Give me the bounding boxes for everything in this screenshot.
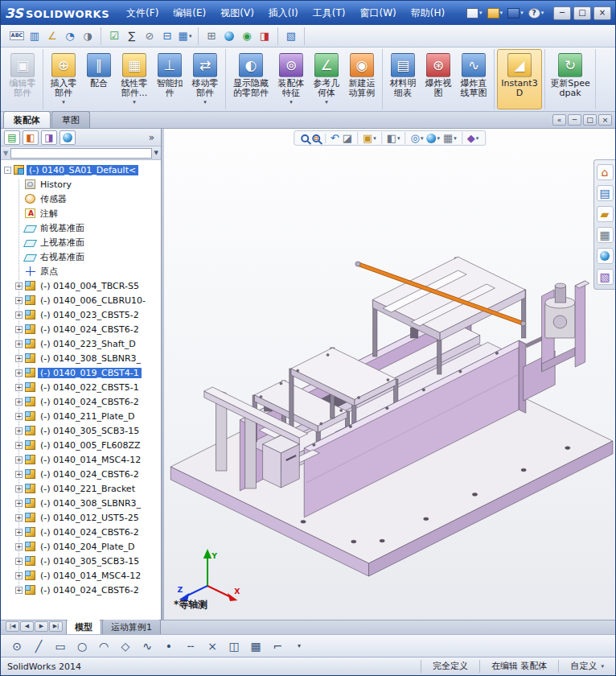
expand-toggle-icon[interactable] bbox=[15, 587, 23, 594]
view-orientation-button[interactable]: ▣▾ bbox=[361, 132, 378, 144]
previous-tab-button[interactable]: ◀ bbox=[20, 621, 34, 632]
doc-close-button[interactable]: × bbox=[598, 114, 612, 126]
menu-file[interactable]: 文件(F) bbox=[119, 3, 166, 23]
expand-toggle-icon[interactable] bbox=[15, 442, 23, 449]
design-library-tab[interactable]: ▤ bbox=[597, 185, 614, 201]
insert-components-button[interactable]: ⊕插入零部件▾ bbox=[46, 49, 81, 109]
appearances-button[interactable] bbox=[221, 28, 237, 44]
menu-insert[interactable]: 插入(I) bbox=[261, 3, 306, 23]
chevron-down-icon[interactable]: ▾ bbox=[203, 99, 207, 105]
section-view-button[interactable]: ◪ bbox=[341, 132, 354, 144]
exploded-view-button[interactable]: ⊛爆炸视图 bbox=[421, 49, 456, 109]
chevron-down-icon[interactable]: ▾ bbox=[479, 10, 483, 16]
configurationmanager-tab[interactable]: ◨ bbox=[41, 130, 57, 145]
file-explorer-tab[interactable]: ▰ bbox=[597, 206, 614, 222]
expand-toggle-icon[interactable] bbox=[15, 413, 23, 420]
expand-toggle-icon[interactable] bbox=[15, 282, 23, 290]
compare-documents-button[interactable]: ▥ bbox=[27, 28, 43, 44]
show-hidden-components-button[interactable]: ◐显示隐藏的零部件 bbox=[228, 49, 273, 109]
custom-properties-tab[interactable]: ▧ bbox=[597, 269, 614, 285]
spline-button[interactable]: ∿ bbox=[138, 637, 157, 655]
tree-item-component[interactable]: (-) 0140_204_Plate_D bbox=[14, 539, 161, 554]
chevron-down-icon[interactable]: ▾ bbox=[373, 135, 376, 142]
tree-item-component[interactable]: (-) 0140_221_Bracket bbox=[14, 481, 161, 496]
filter-input[interactable] bbox=[10, 148, 151, 159]
expand-toggle-icon[interactable] bbox=[15, 529, 23, 536]
expand-toggle-icon[interactable] bbox=[15, 326, 23, 333]
new-document-button[interactable]: ▾ bbox=[465, 6, 484, 20]
next-tab-button[interactable]: ▶ bbox=[35, 621, 48, 632]
tab-sketch[interactable]: 草图 bbox=[51, 111, 90, 128]
move-component-button[interactable]: ⇄移动零部件▾ bbox=[187, 49, 223, 109]
assembly-features-button[interactable]: ⊚装配体特征▾ bbox=[273, 49, 309, 109]
mate-button[interactable]: ∥配合 bbox=[81, 49, 117, 109]
pane-overflow-chevron[interactable]: » bbox=[146, 132, 158, 143]
chevron-down-icon[interactable]: ▾ bbox=[325, 99, 328, 105]
expand-toggle-icon[interactable] bbox=[15, 369, 23, 377]
new-motion-study-button[interactable]: ◉新建运动算例 bbox=[344, 49, 380, 109]
save-button[interactable]: ▾ bbox=[506, 6, 525, 20]
chevron-down-icon[interactable]: ▾ bbox=[541, 10, 544, 16]
no-external-references-button[interactable]: ⊘ bbox=[142, 28, 158, 44]
polygon-button[interactable]: ◇ bbox=[116, 637, 135, 655]
tree-item-component[interactable]: (-) 0140_024_CBST6-2 bbox=[14, 583, 161, 597]
display-style-button[interactable]: ◧▾ bbox=[385, 132, 402, 144]
fillet-button[interactable]: ⌐ bbox=[268, 637, 287, 655]
zoom-to-fit-button[interactable] bbox=[299, 134, 310, 143]
spell-checker-button[interactable]: ABC bbox=[9, 28, 25, 44]
customize-status-dropdown[interactable]: 自定义▾ bbox=[558, 660, 615, 673]
menu-edit[interactable]: 编辑(E) bbox=[166, 3, 213, 23]
edit-component-button[interactable]: ▣编辑零部件 bbox=[5, 49, 40, 109]
mass-properties-button[interactable]: ◔ bbox=[62, 28, 78, 44]
previous-view-button[interactable]: ↶ bbox=[329, 132, 341, 144]
chevron-down-icon[interactable]: ▾ bbox=[520, 10, 524, 16]
tree-item-component[interactable]: (-) 0140_211_Plate_D bbox=[14, 409, 161, 423]
tree-item-top-plane[interactable]: 上视基准面 bbox=[14, 235, 161, 249]
chevron-down-icon[interactable]: ▾ bbox=[133, 99, 136, 105]
expand-toggle-icon[interactable] bbox=[4, 167, 11, 174]
expand-toggle-icon[interactable] bbox=[15, 311, 23, 319]
measure-button[interactable]: ∠ bbox=[44, 28, 60, 44]
hide-show-items-button[interactable]: ◎▾ bbox=[409, 132, 425, 144]
rectangle-button[interactable]: ▭ bbox=[51, 637, 70, 655]
tree-item-component[interactable]: (-) 0140_022_CBST5-1 bbox=[14, 380, 161, 394]
tree-item-component[interactable]: (-) 0140_305_SCB3-15 bbox=[14, 554, 161, 568]
tree-item-component[interactable]: (-) 0140_024_CBST6-2 bbox=[14, 525, 161, 539]
circle-button[interactable]: ○ bbox=[72, 637, 92, 655]
tree-item-component[interactable]: (-) 0140_014_MSC4-12 bbox=[14, 452, 161, 467]
tree-item-component[interactable]: (-) 0140_019_CBST4-1 bbox=[14, 365, 161, 380]
chevron-down-icon[interactable]: ▾ bbox=[397, 135, 400, 142]
tree-root-assembly[interactable]: (-) 0140_SA01_Default< bbox=[2, 163, 161, 177]
point-button[interactable]: • bbox=[159, 637, 179, 655]
chevron-down-icon[interactable]: ▾ bbox=[421, 135, 424, 142]
tree-item-component[interactable]: (-) 0140_005_FL608ZZ bbox=[14, 438, 161, 452]
chevron-down-icon[interactable]: ▾ bbox=[62, 99, 65, 105]
expand-toggle-icon[interactable] bbox=[15, 355, 23, 362]
chevron-down-icon[interactable]: ▾ bbox=[500, 10, 503, 16]
tree-item-sensors[interactable]: 传感器 bbox=[14, 192, 161, 206]
tree-item-front-plane[interactable]: 前视基准面 bbox=[14, 221, 161, 235]
menu-tools[interactable]: 工具(T) bbox=[306, 3, 353, 23]
expand-toggle-icon[interactable] bbox=[15, 456, 23, 464]
reference-geometry-button[interactable]: ∠参考几何体▾ bbox=[309, 49, 344, 109]
trim-button[interactable]: × bbox=[203, 637, 222, 655]
tree-item-component[interactable]: (-) 0140_023_CBST5-2 bbox=[14, 307, 161, 322]
tab-motion-study[interactable]: 运动算例1 bbox=[102, 619, 161, 634]
check-document-button[interactable]: ☑ bbox=[106, 28, 122, 44]
expand-toggle-icon[interactable] bbox=[15, 572, 23, 579]
addins-button[interactable]: ▧ bbox=[283, 28, 299, 44]
open-document-button[interactable]: ▾ bbox=[486, 6, 505, 20]
expand-toggle-icon[interactable] bbox=[15, 297, 23, 304]
tree-item-right-plane[interactable]: 右视基准面 bbox=[14, 249, 161, 264]
tree-item-component[interactable]: (-) 0140_004_TBCR-S5 bbox=[14, 278, 161, 293]
expand-toggle-icon[interactable] bbox=[15, 427, 23, 435]
tree-item-component[interactable]: (-) 0140_012_UST5-25 bbox=[14, 510, 161, 525]
tree-item-component[interactable]: (-) 0140_223_Shaft_D bbox=[14, 336, 161, 351]
smart-dimension-button[interactable]: ⊙ bbox=[7, 637, 27, 655]
doc-minimize-button[interactable]: ─ bbox=[568, 114, 581, 126]
expand-toggle-icon[interactable] bbox=[15, 558, 23, 565]
equations-button[interactable]: ∑ bbox=[124, 28, 140, 44]
expand-toggle-icon[interactable] bbox=[15, 500, 23, 507]
expand-toggle-icon[interactable] bbox=[15, 485, 23, 493]
sketch-flyout-button[interactable]: ▾ bbox=[290, 637, 309, 655]
